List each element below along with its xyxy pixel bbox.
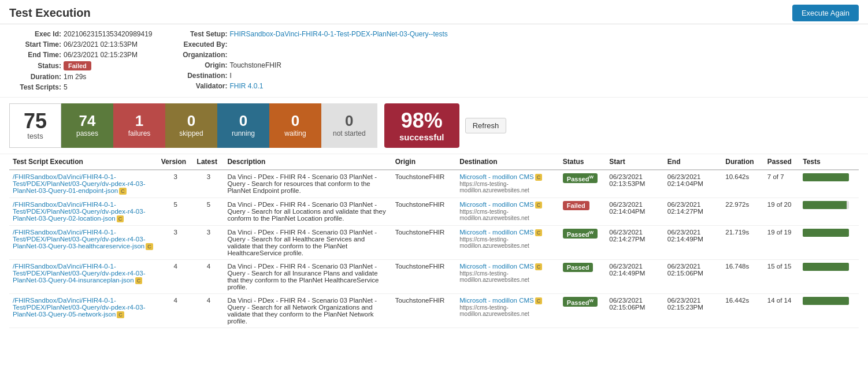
start-cell: 06/23/202102:13:53PM (606, 170, 663, 198)
col-header-tests: Tests (799, 154, 859, 170)
status-badge: PassedW (563, 173, 598, 184)
executed-by-label: Executed By: (176, 40, 228, 49)
stat-waiting: 0 waiting (269, 103, 321, 148)
organization-row: Organization: (176, 51, 448, 59)
page-title: Test Execution (9, 6, 91, 20)
end-cell: 06/23/202102:14:27PM (664, 198, 722, 225)
col-header-start: Start (606, 154, 663, 170)
col-header-passed: Passed (764, 154, 799, 170)
validator-link[interactable]: FHIR 4.0.1 (230, 82, 264, 90)
end-time-value: 06/23/2021 02:15:23PM (64, 51, 138, 59)
col-header-origin: Origin (392, 154, 457, 170)
passes-label: passes (76, 129, 98, 137)
destination-url: https://cms-testing-modillon.azurewebsit… (459, 181, 556, 193)
progress-bar-container (803, 263, 849, 271)
status-row: Status: Failed (9, 61, 153, 70)
destination-url: https://cms-testing-modillon.azurewebsit… (459, 208, 556, 221)
end-time-row: End Time: 06/23/2021 02:15:23PM (9, 51, 153, 59)
col-header-status: Status (559, 154, 606, 170)
test-script-link[interactable]: /FHIRSandbox/DaVinci/FHIR4-0-1-Test/PDEX… (13, 229, 145, 250)
copy-icon[interactable]: C (119, 188, 127, 195)
duration-cell: 16.442s (722, 293, 764, 327)
latest-cell: 4 (194, 293, 224, 327)
start-time-row: Start Time: 06/23/2021 02:13:53PM (9, 40, 153, 49)
progress-bar-fill (803, 229, 849, 237)
destination-label: Destination: (176, 72, 228, 80)
stat-passes: 74 passes (61, 103, 113, 148)
test-scripts-row: Test Scripts: 5 (9, 83, 153, 91)
test-setup-link[interactable]: FHIRSandbox-DaVinci-FHIR4-0-1-Test-PDEX-… (230, 30, 448, 38)
destination-link[interactable]: Microsoft - modillon CMS (459, 229, 533, 236)
copy-icon[interactable]: C (117, 311, 124, 318)
destination-row: Destination: I (176, 72, 448, 80)
passed-cell: 15 of 15 (764, 259, 799, 293)
status-badge: Failed (64, 61, 91, 70)
success-box: 98% successful (384, 103, 459, 148)
duration-cell: 10.642s (722, 170, 764, 198)
success-pct: 98% (401, 109, 443, 132)
status-cell: PassedW (559, 293, 606, 327)
status-badge: PassedW (563, 297, 598, 307)
version-cell: 4 (158, 293, 194, 327)
copy-icon[interactable]: C (135, 277, 143, 284)
total-label: tests (27, 132, 43, 140)
duration-row: Duration: 1m 29s (9, 73, 153, 81)
exec-id-row: Exec Id: 20210623151353420989419 (9, 30, 153, 38)
notstarted-number: 0 (345, 113, 353, 128)
dest-copy-icon[interactable]: C (535, 174, 543, 181)
validator-label: Validator: (176, 82, 228, 90)
duration-cell: 22.972s (722, 198, 764, 225)
dest-copy-icon[interactable]: C (535, 263, 543, 270)
version-cell: 4 (158, 259, 194, 293)
test-script-link[interactable]: /FHIRSandbox/DaVinci/FHIR4-0-1-Test/PDEX… (13, 297, 145, 318)
destination-cell: Microsoft - modillon CMSChttps://cms-tes… (456, 170, 559, 198)
origin-cell: TouchstoneFHIR (392, 259, 457, 293)
copy-icon[interactable]: C (117, 215, 124, 222)
test-script-link[interactable]: /FHIRSandbox/DaVinci/FHIR4-0-1-Test/PDEX… (13, 263, 145, 284)
dest-copy-icon[interactable]: C (535, 297, 543, 304)
stats-row: 75 tests 74 passes 1 failures 0 skipped … (0, 98, 868, 154)
destination-link[interactable]: Microsoft - modillon CMS (459, 173, 533, 180)
latest-cell: 3 (194, 225, 224, 259)
stat-total: 75 tests (9, 103, 61, 148)
table-row: /FHIRSandbox/DaVinci/FHIR4-0-1-Test/PDEX… (9, 170, 859, 198)
tests-cell (799, 259, 859, 293)
latest-cell: 4 (194, 259, 224, 293)
destination-link[interactable]: Microsoft - modillon CMS (459, 201, 533, 208)
copy-icon[interactable]: C (146, 243, 153, 250)
description-cell: Da Vinci - PDex - FHIR R4 - Scenario 03 … (224, 225, 391, 259)
dest-copy-icon[interactable]: C (535, 202, 543, 208)
description-cell: Da Vinci - PDex - FHIR R4 - Scenario 03 … (224, 170, 391, 198)
table-header-row: Test Script Execution Version Latest Des… (9, 154, 859, 170)
progress-bar-container (803, 229, 849, 237)
execute-again-button[interactable]: Execute Again (792, 5, 859, 21)
destination-link[interactable]: Microsoft - modillon CMS (459, 297, 533, 304)
refresh-button[interactable]: Refresh (465, 118, 507, 133)
table-section: Test Script Execution Version Latest Des… (0, 154, 868, 328)
skipped-number: 0 (187, 113, 195, 128)
destination-link[interactable]: Microsoft - modillon CMS (459, 263, 533, 270)
status-badge: Failed (563, 201, 589, 210)
test-setup-label: Test Setup: (176, 30, 228, 38)
destination-value: I (230, 72, 232, 80)
origin-label: Origin: (176, 61, 228, 69)
stat-running: 0 running (217, 103, 269, 148)
tests-cell (799, 293, 859, 327)
latest-cell: 5 (194, 198, 224, 225)
dest-copy-icon[interactable]: C (535, 229, 543, 236)
version-cell: 5 (158, 198, 194, 225)
table-row: /FHIRSandbox/DaVinci/FHIR4-0-1-Test/PDEX… (9, 293, 859, 327)
duration-value: 1m 29s (64, 73, 86, 81)
test-scripts-label: Test Scripts: (9, 83, 61, 91)
stat-notstarted: 0 not started (321, 103, 377, 148)
col-header-version: Version (158, 154, 194, 170)
progress-bar-container (803, 201, 849, 209)
status-badge: Passed (563, 263, 593, 272)
passed-cell: 19 of 19 (764, 225, 799, 259)
start-time-value: 06/23/2021 02:13:53PM (64, 40, 138, 49)
test-script-link[interactable]: /FHIRSandbox/DaVinci/FHIR4-0-1-Test/PDEX… (13, 201, 145, 222)
duration-cell: 21.719s (722, 225, 764, 259)
waiting-label: waiting (284, 129, 306, 137)
status-label: Status: (9, 62, 61, 70)
version-cell: 3 (158, 225, 194, 259)
